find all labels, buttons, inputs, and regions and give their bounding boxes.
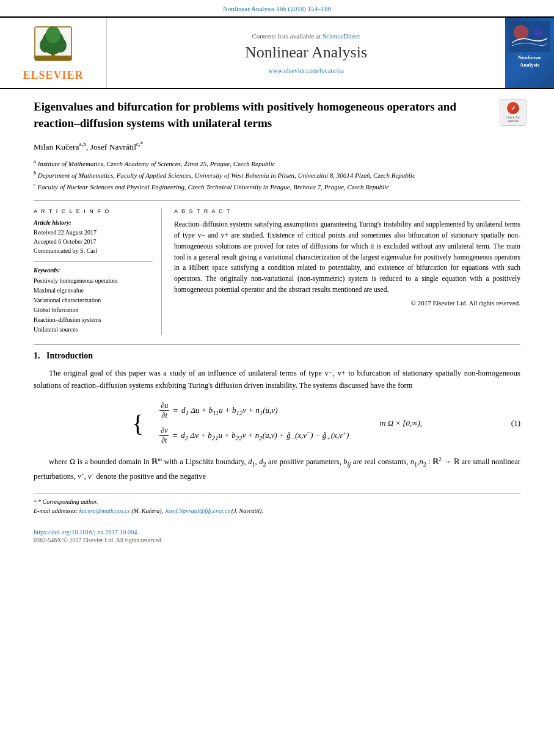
journal-cover-right: NonlinearAnalysis [505, 18, 554, 88]
eq-rhs-2: d2 Δv + b21u + b22v + n2(u,v) + ĝ−(x,v−)… [181, 430, 349, 442]
section-divider [34, 344, 520, 345]
abstract-paragraph: Reaction–diffusion systems satisfying as… [174, 219, 520, 296]
accepted-date: Accepted 6 October 2017 [34, 237, 153, 246]
eq-frac-1-den: ∂t [161, 411, 169, 420]
paper-main-title: Eigenvalues and bifurcation for problems… [34, 99, 520, 131]
sciencedirect-link[interactable]: ScienceDirect [323, 32, 360, 40]
email-label: E-mail addresses: [34, 507, 78, 514]
authors-line: Milan Kučeraa,b, Josef Navrátilc,* [34, 141, 520, 152]
eq-domain: in Ω × [0,∞), [379, 418, 422, 428]
section-number: 1. [34, 351, 40, 360]
cover-graphic-icon [509, 21, 550, 52]
footnote-emails: E-mail addresses: kucera@math.cas.cz (M.… [34, 506, 520, 515]
footnote-star: * * Corresponding author. [34, 497, 520, 507]
doi-link[interactable]: https://doi.org/10.1016/j.na.2017.10.004 [34, 529, 520, 536]
footer-copyright: 0362-546X/© 2017 Elsevier Ltd. All right… [34, 537, 520, 543]
elsevier-logo-area: ELSEVIER [0, 18, 107, 88]
check-updates-text: check forupdates [506, 115, 520, 123]
eq-equals-2: = [172, 431, 177, 441]
email1-link[interactable]: kucera@math.cas.cz [79, 507, 130, 514]
section-heading: Introduction [46, 351, 93, 360]
article-info-col: A R T I C L E I N F O Article history: R… [34, 208, 162, 335]
keyword-2: Maximal eigenvalue [34, 286, 153, 296]
keyword-1: Positively homogeneous operators [34, 276, 153, 286]
citation-text: Nonlinear Analysis 166 (2018) 154–180 [223, 5, 331, 12]
affiliations: a Institute of Mathematics, Czech Academ… [34, 158, 520, 192]
svg-rect-8 [509, 21, 550, 52]
eq-number: (1) [511, 418, 520, 428]
body-text-2: where Ω is a bounded domain in ℝm with a… [34, 455, 520, 482]
journal-url[interactable]: www.elsevier.com/locate/na [268, 67, 344, 74]
email1-author: (M. Kučera), [131, 507, 163, 514]
abstract-label: A B S T R A C T [174, 208, 520, 214]
elsevier-crest-icon [29, 24, 78, 67]
copyright-line: © 2017 Elsevier Ltd. All rights reserved… [174, 299, 520, 307]
journal-title-header: Nonlinear Analysis [245, 43, 367, 62]
equation-area: { ∂u ∂t = d1 Δu + b11u + b12v + n1(u,v) [34, 401, 520, 445]
equation-system: { ∂u ∂t = d1 Δu + b11u + b12v + n1(u,v) [132, 401, 422, 445]
keywords-label: Keywords: [34, 267, 153, 274]
keyword-4: Global bifurcation [34, 305, 153, 315]
section-title: 1. Introduction [34, 351, 520, 361]
journal-header: ELSEVIER Contents lists available at Sci… [0, 16, 554, 89]
eq-frac-2-num: ∂v [159, 426, 169, 436]
eq-rhs-1: d1 Δu + b11u + b12v + n1(u,v) [181, 405, 277, 416]
keywords-section: Keywords: Positively homogeneous operato… [34, 267, 153, 335]
abstract-col: A B S T R A C T Reaction–diffusion syste… [174, 208, 520, 335]
corresponding-author-note: * Corresponding author. [38, 498, 98, 505]
author1-sup: a,b [79, 141, 86, 147]
eq-frac-2-den: ∂t [160, 436, 168, 445]
affil-sup-b: b [34, 170, 36, 176]
email2-link[interactable]: Josef.Navratil@fjfi.cvut.cz [165, 507, 230, 514]
elsevier-brand-text: ELSEVIER [23, 69, 83, 82]
communicated-by: Communicated by S. Carl [34, 246, 153, 255]
contents-available: Contents lists available at ScienceDirec… [252, 32, 360, 40]
affil-sup-a: a [34, 159, 36, 164]
journal-center: Contents lists available at ScienceDirec… [107, 18, 505, 88]
affiliation-c: c Faculty of Nuclear Sciences and Physic… [34, 181, 520, 192]
affil-text-a: Institute of Mathematics, Czech Academy … [38, 159, 275, 167]
svg-point-5 [46, 26, 60, 43]
affil-sup-c: c [34, 182, 36, 187]
paper-content: Eigenvalues and bifurcation for problems… [0, 89, 554, 525]
citation-bar: Nonlinear Analysis 166 (2018) 154–180 [0, 0, 554, 16]
footer-links: https://doi.org/10.1016/j.na.2017.10.004… [0, 525, 554, 547]
eq-frac-1-num: ∂u [159, 401, 169, 411]
article-history: Article history: Received 22 August 2017… [34, 219, 153, 255]
introduction-section: 1. Introduction The original goal of thi… [34, 351, 520, 482]
info-divider [34, 261, 153, 262]
received-date: Received 22 August 2017 [34, 228, 153, 237]
eq-frac-2: ∂v ∂t [159, 426, 169, 445]
elsevier-logo: ELSEVIER [23, 24, 83, 82]
eq-row-2: ∂v ∂t = d2 Δv + b21u + b22v + n2(u,v) + … [159, 426, 349, 445]
contents-text: Contents lists available at [252, 32, 321, 40]
intro-body: The original goal of this paper was a st… [34, 367, 520, 391]
affiliation-b: b Department of Mathematics, Faculty of … [34, 170, 520, 180]
eq-system-left: ∂u ∂t = d1 Δu + b11u + b12v + n1(u,v) ∂v… [159, 401, 349, 445]
svg-point-9 [514, 25, 528, 40]
paper-footer: * * Corresponding author. E-mail address… [34, 493, 520, 516]
eq-brace-icon: { [132, 409, 144, 438]
eq-equals-1: = [173, 406, 178, 416]
cover-title: NonlinearAnalysis [518, 54, 542, 68]
eq-frac-1: ∂u ∂t [159, 401, 169, 420]
two-col-section: A R T I C L E I N F O Article history: R… [34, 200, 520, 335]
eq-row-1: ∂u ∂t = d1 Δu + b11u + b12v + n1(u,v) [159, 401, 349, 420]
affil-text-c: Faculty of Nuclear Sciences and Physical… [37, 183, 389, 191]
paper-title-area: Eigenvalues and bifurcation for problems… [34, 99, 520, 131]
history-label: Article history: [34, 219, 153, 226]
footnote-star-symbol: * [34, 499, 37, 505]
abstract-text: Reaction–diffusion systems satisfying as… [174, 219, 520, 296]
check-updates-icon: ✓ [507, 102, 519, 114]
check-updates-badge[interactable]: ✓ check forupdates [500, 99, 527, 126]
page: Nonlinear Analysis 166 (2018) 154–180 [0, 0, 554, 756]
article-info-label: A R T I C L E I N F O [34, 208, 153, 214]
svg-point-10 [533, 27, 543, 37]
author2-sup: c,* [136, 141, 143, 147]
affiliation-a: a Institute of Mathematics, Czech Academ… [34, 158, 520, 169]
keyword-5: Reaction–diffusion systems [34, 315, 153, 325]
affil-text-b: Department of Mathematics, Faculty of Ap… [38, 172, 415, 179]
svg-rect-7 [35, 56, 71, 60]
keyword-3: Variational characterization [34, 296, 153, 305]
email2-author: (J. Navrátil). [231, 507, 263, 514]
